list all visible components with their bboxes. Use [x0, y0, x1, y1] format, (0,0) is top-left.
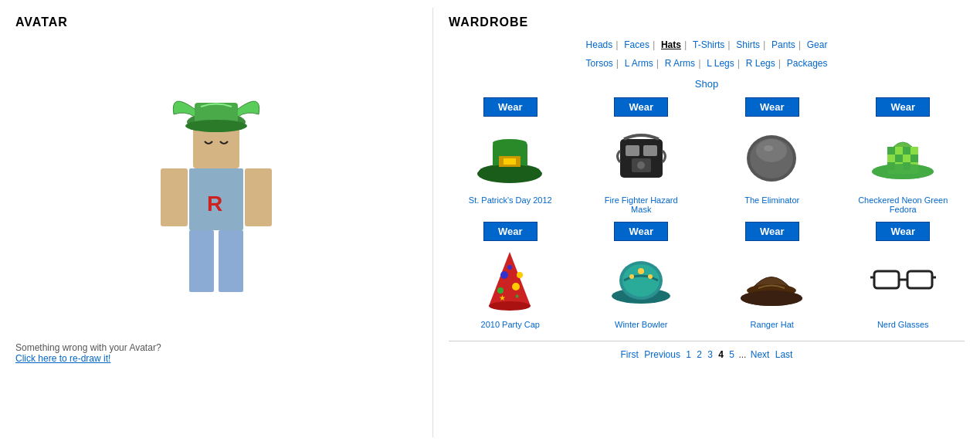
- item-image-6: [606, 246, 676, 315]
- wear-button-2[interactable]: Wear: [614, 97, 668, 117]
- nav-row2: Torsos| L Arms| R Arms| L Legs| R Legs| …: [449, 54, 965, 73]
- wear-button-1[interactable]: Wear: [483, 97, 537, 117]
- item-name-1[interactable]: St. Patrick's Day 2012: [469, 195, 552, 205]
- nav-larms[interactable]: L Arms: [625, 58, 653, 69]
- item-name-6[interactable]: Winter Bowler: [615, 320, 667, 329]
- nav-pants[interactable]: Pants: [771, 39, 795, 50]
- item-cell-1: Wear St. Patrick's Day 2012: [449, 97, 572, 214]
- pagination-page-1[interactable]: 1: [686, 349, 691, 360]
- nav-rlegs[interactable]: R Legs: [746, 58, 775, 69]
- avatar-panel: AVATAR R: [0, 8, 432, 437]
- avatar-wrong-label: Something wrong with your Avatar?: [15, 342, 161, 353]
- avatar-figure: R: [139, 56, 293, 311]
- svg-rect-31: [887, 155, 895, 162]
- svg-rect-29: [903, 147, 910, 155]
- svg-rect-27: [887, 147, 895, 155]
- svg-rect-59: [907, 271, 932, 288]
- pagination-page-3[interactable]: 3: [707, 349, 713, 360]
- nav-heads[interactable]: Heads: [586, 39, 613, 50]
- svg-rect-14: [504, 158, 516, 165]
- avatar-redraw-link[interactable]: Click here to re-draw it!: [15, 353, 110, 364]
- pagination-current: 4: [718, 349, 724, 360]
- svg-point-54: [648, 274, 653, 279]
- svg-rect-17: [626, 145, 639, 156]
- item-cell-6: Wear Winter Bowler: [580, 222, 704, 329]
- item-name-4[interactable]: Checkered Neon Green Fedora: [856, 195, 949, 214]
- svg-rect-28: [895, 147, 903, 155]
- item-name-3[interactable]: The Eliminator: [744, 195, 799, 205]
- nav-packages[interactable]: Packages: [787, 58, 828, 69]
- svg-point-43: [497, 287, 504, 294]
- svg-rect-2: [161, 168, 188, 226]
- svg-rect-4: [189, 230, 214, 292]
- svg-point-57: [741, 290, 802, 306]
- nav-hats[interactable]: Hats: [661, 39, 681, 50]
- item-image-8: [868, 246, 938, 315]
- svg-rect-32: [895, 155, 903, 162]
- svg-rect-58: [874, 271, 899, 288]
- svg-point-20: [637, 161, 645, 169]
- svg-point-41: [500, 271, 508, 279]
- nav-gear[interactable]: Gear: [807, 39, 828, 50]
- wardrobe-title: WARDROBE: [449, 15, 965, 29]
- svg-point-45: [507, 265, 512, 270]
- svg-rect-18: [643, 145, 657, 156]
- svg-point-9: [185, 120, 247, 132]
- pagination-last[interactable]: Last: [775, 349, 793, 360]
- svg-marker-40: [489, 252, 531, 306]
- pagination-previous[interactable]: Previous: [644, 349, 680, 360]
- nav-llegs[interactable]: L Legs: [707, 58, 734, 69]
- svg-point-23: [756, 139, 787, 162]
- pagination: First Previous 1 2 3 4 5 ... Next Last: [449, 341, 965, 360]
- svg-point-52: [638, 268, 644, 274]
- svg-point-48: [489, 301, 531, 311]
- item-image-1: [476, 121, 545, 191]
- nav-torsos[interactable]: Torsos: [586, 58, 613, 69]
- svg-text:★: ★: [514, 293, 520, 300]
- item-image-2: [606, 121, 676, 191]
- nav-faces[interactable]: Faces: [624, 39, 649, 50]
- item-cell-7: Wear Ranger Hat: [710, 222, 834, 329]
- svg-point-15: [493, 139, 527, 147]
- wear-button-6[interactable]: Wear: [614, 222, 668, 241]
- wear-button-4[interactable]: Wear: [876, 97, 930, 117]
- item-image-4: [868, 121, 938, 191]
- wardrobe-nav: Heads| Faces| Hats| T-Shirts| Shirts| Pa…: [449, 36, 965, 72]
- wear-button-5[interactable]: Wear: [483, 222, 537, 241]
- item-name-8[interactable]: Nerd Glasses: [877, 320, 929, 329]
- pagination-first[interactable]: First: [621, 349, 639, 360]
- svg-rect-30: [910, 147, 918, 155]
- pagination-page-2[interactable]: 2: [697, 349, 702, 360]
- item-cell-5: Wear ★ ★: [449, 222, 572, 329]
- item-cell-4: Wear: [842, 97, 965, 214]
- nav-shirts[interactable]: Shirts: [736, 39, 760, 50]
- wear-button-8[interactable]: Wear: [876, 222, 930, 241]
- item-image-3: [738, 121, 807, 191]
- svg-rect-34: [910, 155, 918, 162]
- svg-rect-5: [219, 230, 243, 292]
- wear-button-3[interactable]: Wear: [745, 97, 799, 117]
- svg-point-53: [629, 274, 634, 279]
- item-cell-3: Wear The Eliminator: [710, 97, 834, 214]
- nav-row1: Heads| Faces| Hats| T-Shirts| Shirts| Pa…: [449, 36, 965, 54]
- item-cell-2: Wear Fire Fighter Hazard Mask: [580, 97, 704, 214]
- svg-point-39: [872, 164, 934, 179]
- svg-point-44: [517, 272, 523, 278]
- wear-button-7[interactable]: Wear: [745, 222, 799, 241]
- item-name-2[interactable]: Fire Fighter Hazard Mask: [595, 195, 687, 214]
- svg-rect-33: [903, 155, 910, 162]
- nav-tshirts[interactable]: T-Shirts: [693, 39, 724, 50]
- shop-label: Shop: [449, 78, 965, 90]
- pagination-ellipsis: ...: [738, 349, 748, 360]
- item-cell-8: Wear Nerd Glasses: [842, 222, 965, 329]
- pagination-page-5[interactable]: 5: [729, 349, 734, 360]
- avatar-wrong-section: Something wrong with your Avatar? Click …: [15, 342, 417, 364]
- item-name-7[interactable]: Ranger Hat: [751, 320, 794, 329]
- svg-point-42: [512, 283, 520, 290]
- item-image-5: ★ ★: [476, 246, 545, 315]
- nav-rarms[interactable]: R Arms: [665, 58, 695, 69]
- item-image-7: [738, 246, 807, 315]
- item-name-5[interactable]: 2010 Party Cap: [481, 320, 540, 329]
- pagination-next[interactable]: Next: [751, 349, 770, 360]
- svg-text:★: ★: [499, 294, 506, 302]
